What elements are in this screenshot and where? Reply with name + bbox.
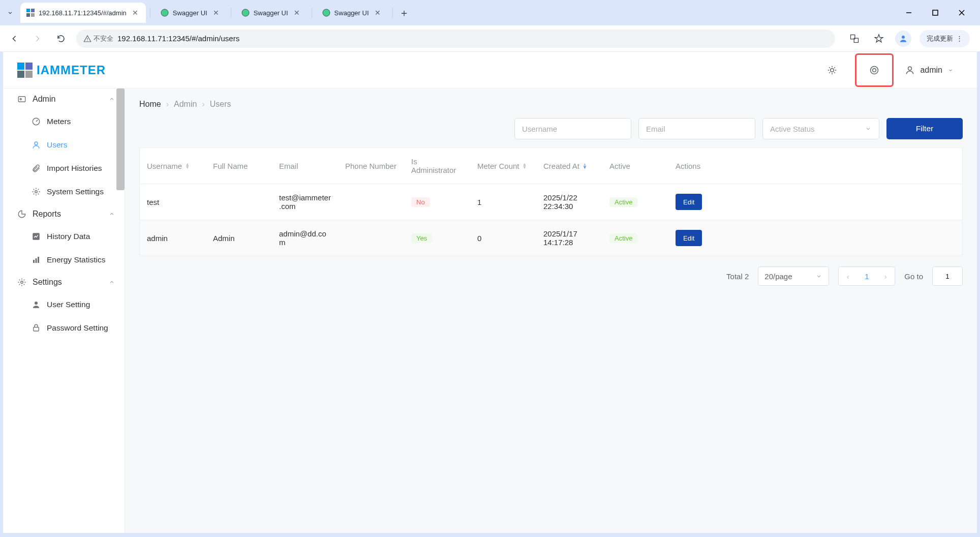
sidebar-group-admin[interactable]: Admin — [3, 88, 125, 110]
chevron-down-icon — [865, 125, 872, 132]
close-icon[interactable]: ✕ — [292, 8, 301, 17]
browser-reload-button[interactable] — [53, 31, 69, 47]
sidebar-group-settings[interactable]: Settings — [3, 272, 125, 293]
svg-rect-1 — [31, 9, 35, 12]
cell-actions: Edit — [668, 220, 770, 256]
new-tab-button[interactable]: ＋ — [397, 6, 411, 20]
help-button[interactable] — [855, 53, 894, 87]
bookmark-button[interactable] — [871, 31, 887, 47]
main-content: Home › Admin › Users Active Status Filte… — [125, 88, 977, 533]
svg-line-22 — [835, 67, 836, 68]
user-icon — [32, 140, 41, 150]
chevron-up-icon — [108, 279, 115, 286]
browser-tab-2[interactable]: Swagger UI ✕ — [235, 3, 308, 23]
cell-phone — [338, 184, 404, 220]
svg-point-27 — [20, 99, 21, 100]
svg-rect-33 — [36, 258, 37, 263]
sidebar-item-label: System Settings — [47, 187, 104, 196]
sidebar-item-import-histories[interactable]: Import Histories — [3, 157, 125, 180]
svg-point-36 — [35, 302, 38, 305]
sidebar-item-user-setting[interactable]: User Setting — [3, 293, 125, 316]
sort-icon: ▲▼ — [185, 163, 190, 169]
window-close-button[interactable] — [954, 5, 970, 21]
cell-createdat: 2025/1/17 14:17:28 — [536, 220, 602, 256]
chevron-up-icon — [108, 211, 115, 218]
username-filter-input[interactable] — [514, 118, 631, 139]
next-page-button[interactable]: › — [876, 267, 895, 285]
edit-button[interactable]: Edit — [676, 194, 702, 210]
window-minimize-button[interactable] — [901, 5, 917, 21]
sidebar-item-meters[interactable]: Meters — [3, 110, 125, 133]
browser-back-button[interactable] — [6, 31, 22, 47]
tab-dropdown[interactable] — [4, 7, 16, 19]
sidebar-item-history-data[interactable]: History Data — [3, 225, 125, 248]
active-status-select[interactable]: Active Status — [762, 118, 879, 139]
window-maximize-button[interactable] — [927, 5, 943, 21]
svg-rect-8 — [933, 10, 938, 15]
col-metercount[interactable]: Meter Count▲▼ — [470, 148, 536, 184]
person-icon — [905, 65, 915, 75]
more-icon: ⋮ — [956, 35, 963, 42]
close-icon[interactable]: ✕ — [131, 8, 140, 17]
page-size-select[interactable]: 20/page — [758, 266, 829, 286]
address-bar[interactable]: 不安全 192.168.11.71:12345/#/admin/users — [76, 29, 835, 48]
chevron-right-icon: › — [166, 100, 169, 109]
browser-tab-0[interactable]: 192.168.11.71:12345/#/admin ✕ — [20, 3, 146, 23]
user-menu[interactable]: admin — [896, 65, 963, 75]
sidebar-item-users[interactable]: Users — [3, 133, 125, 157]
svg-rect-0 — [26, 9, 30, 12]
current-page[interactable]: 1 — [859, 272, 874, 281]
logo[interactable]: IAMMETER — [17, 63, 106, 78]
sidebar-item-energy-statistics[interactable]: Energy Statistics — [3, 248, 125, 272]
sidebar-item-system-settings[interactable]: System Settings — [3, 180, 125, 203]
theme-toggle-button[interactable] — [811, 52, 853, 88]
profile-button[interactable] — [895, 31, 911, 47]
sidebar-item-password-setting[interactable]: Password Setting — [3, 316, 125, 340]
person-icon — [32, 300, 41, 309]
scrollbar[interactable] — [116, 88, 125, 190]
insecure-badge[interactable]: 不安全 — [83, 34, 113, 43]
tab-separator — [392, 8, 393, 18]
filter-button[interactable]: Filter — [886, 118, 963, 139]
col-phone: Phone Number — [338, 148, 404, 184]
lifebuoy-icon — [869, 65, 879, 75]
breadcrumb-admin[interactable]: Admin — [174, 100, 197, 109]
browser-tab-1[interactable]: Swagger UI ✕ — [155, 3, 227, 23]
page-size-value: 20/page — [764, 272, 792, 281]
browser-tab-3[interactable]: Swagger UI ✕ — [316, 3, 388, 23]
col-createdat[interactable]: Created At▲▼ — [536, 148, 602, 184]
chevron-down-icon — [947, 67, 954, 73]
cell-fullname: Admin — [206, 220, 272, 256]
close-icon[interactable]: ✕ — [211, 8, 221, 17]
breadcrumb: Home › Admin › Users — [139, 98, 963, 118]
close-icon[interactable]: ✕ — [373, 8, 382, 17]
chart-icon — [32, 232, 41, 241]
col-username[interactable]: Username▲▼ — [140, 148, 206, 184]
logo-mark-icon — [17, 63, 33, 78]
cell-metercount: 0 — [470, 220, 536, 256]
cell-username: admin — [140, 220, 206, 256]
attach-icon — [32, 164, 41, 173]
edit-button[interactable]: Edit — [676, 230, 702, 246]
prev-page-button[interactable]: ‹ — [839, 267, 857, 285]
svg-point-5 — [242, 9, 249, 16]
person-icon — [899, 34, 908, 43]
cell-active: Active — [602, 184, 668, 220]
translate-button[interactable] — [846, 31, 863, 47]
sidebar-item-label: Users — [47, 140, 67, 150]
browser-toolbar: 不安全 192.168.11.71:12345/#/admin/users 完成… — [0, 25, 980, 52]
chevron-down-icon — [815, 273, 822, 280]
sidebar-group-reports[interactable]: Reports — [3, 203, 125, 225]
svg-rect-26 — [18, 97, 25, 102]
meter-icon — [32, 117, 41, 126]
bar-icon — [32, 255, 41, 264]
no-badge: No — [411, 197, 430, 207]
update-button[interactable]: 完成更新 ⋮ — [920, 30, 970, 47]
breadcrumb-home[interactable]: Home — [139, 100, 161, 109]
col-active: Active — [602, 148, 668, 184]
goto-input[interactable] — [932, 266, 963, 286]
email-filter-input[interactable] — [638, 118, 755, 139]
cell-actions: Edit — [668, 184, 770, 220]
browser-forward-button[interactable] — [29, 31, 46, 47]
total-label: Total 2 — [726, 272, 749, 281]
